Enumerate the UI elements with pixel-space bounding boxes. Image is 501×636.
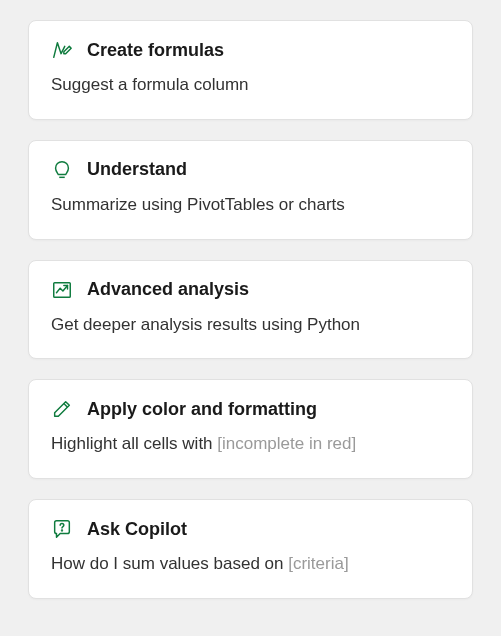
card-description: Suggest a formula column [51, 73, 450, 97]
card-description: Summarize using PivotTables or charts [51, 193, 450, 217]
card-header: Understand [51, 159, 450, 181]
trend-arrow-icon [51, 279, 73, 301]
card-desc-text: Summarize using PivotTables or charts [51, 195, 345, 214]
formula-pen-icon [51, 39, 73, 61]
card-title: Advanced analysis [87, 279, 249, 300]
pencil-icon [51, 398, 73, 420]
card-header: Ask Copilot [51, 518, 450, 540]
card-desc-placeholder: [criteria] [288, 554, 348, 573]
svg-line-2 [64, 404, 68, 408]
card-description: Highlight all cells with [incomplete in … [51, 432, 450, 456]
card-desc-text: How do I sum values based on [51, 554, 288, 573]
card-desc-text: Highlight all cells with [51, 434, 217, 453]
card-understand[interactable]: Understand Summarize using PivotTables o… [28, 140, 473, 240]
card-title: Create formulas [87, 40, 224, 61]
card-description: Get deeper analysis results using Python [51, 313, 450, 337]
svg-point-3 [62, 530, 63, 531]
card-header: Create formulas [51, 39, 450, 61]
card-create-formulas[interactable]: Create formulas Suggest a formula column [28, 20, 473, 120]
card-title: Apply color and formatting [87, 399, 317, 420]
card-description: How do I sum values based on [criteria] [51, 552, 450, 576]
card-header: Apply color and formatting [51, 398, 450, 420]
lightbulb-icon [51, 159, 73, 181]
card-title: Understand [87, 159, 187, 180]
card-advanced-analysis[interactable]: Advanced analysis Get deeper analysis re… [28, 260, 473, 360]
card-title: Ask Copilot [87, 519, 187, 540]
card-desc-text: Get deeper analysis results using Python [51, 315, 360, 334]
card-apply-color-formatting[interactable]: Apply color and formatting Highlight all… [28, 379, 473, 479]
card-header: Advanced analysis [51, 279, 450, 301]
chat-question-icon [51, 518, 73, 540]
card-desc-placeholder: [incomplete in red] [217, 434, 356, 453]
card-desc-text: Suggest a formula column [51, 75, 249, 94]
card-ask-copilot[interactable]: Ask Copilot How do I sum values based on… [28, 499, 473, 599]
